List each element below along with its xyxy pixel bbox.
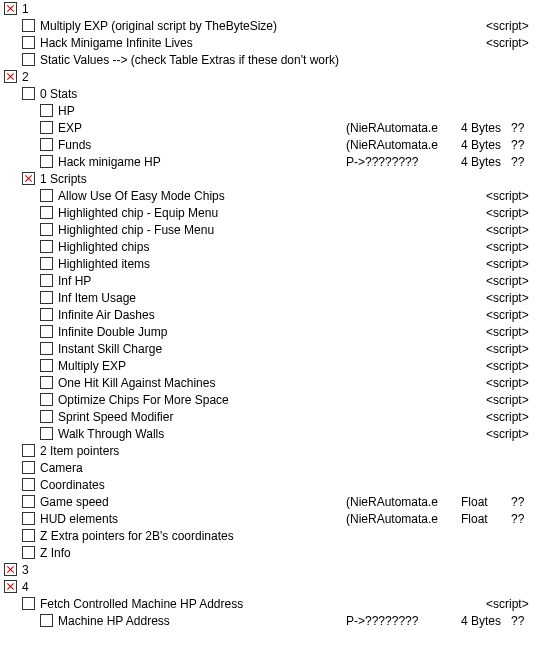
description-cell[interactable]: Funds <box>58 138 346 152</box>
active-checkbox[interactable] <box>22 495 35 508</box>
description-cell[interactable]: Inf Item Usage <box>58 291 486 305</box>
table-row[interactable]: HP <box>0 102 536 119</box>
description-cell[interactable]: Machine HP Address <box>58 614 346 628</box>
table-row[interactable]: Highlighted items<script> <box>0 255 536 272</box>
table-row[interactable]: Z Info <box>0 544 536 561</box>
active-checkbox[interactable] <box>40 138 53 151</box>
description-cell[interactable]: Coordinates <box>40 478 346 492</box>
active-checkbox[interactable] <box>40 376 53 389</box>
active-checkbox[interactable] <box>22 172 35 185</box>
table-row[interactable]: Static Values --> (check Table Extras if… <box>0 51 536 68</box>
table-row[interactable]: Walk Through Walls<script> <box>0 425 536 442</box>
active-checkbox[interactable] <box>22 478 35 491</box>
description-cell[interactable]: Highlighted items <box>58 257 486 271</box>
description-cell[interactable]: HP <box>58 104 346 118</box>
description-cell[interactable]: Z Extra pointers for 2B's coordinates <box>40 529 346 543</box>
table-row[interactable]: 0 Stats <box>0 85 536 102</box>
table-row[interactable]: Hack Minigame Infinite Lives<script> <box>0 34 536 51</box>
table-row[interactable]: 3 <box>0 561 536 578</box>
active-checkbox[interactable] <box>40 121 53 134</box>
active-checkbox[interactable] <box>22 597 35 610</box>
active-checkbox[interactable] <box>22 19 35 32</box>
active-checkbox[interactable] <box>40 104 53 117</box>
description-cell[interactable]: Allow Use Of Easy Mode Chips <box>58 189 486 203</box>
table-row[interactable]: Z Extra pointers for 2B's coordinates <box>0 527 536 544</box>
table-row[interactable]: Fetch Controlled Machine HP Address<scri… <box>0 595 536 612</box>
description-cell[interactable]: Instant Skill Charge <box>58 342 486 356</box>
description-cell[interactable]: Multiply EXP <box>58 359 486 373</box>
table-row[interactable]: Highlighted chip - Equip Menu<script> <box>0 204 536 221</box>
description-cell[interactable]: 4 <box>22 580 346 594</box>
active-checkbox[interactable] <box>40 614 53 627</box>
description-cell[interactable]: Infinite Double Jump <box>58 325 486 339</box>
active-checkbox[interactable] <box>40 240 53 253</box>
table-row[interactable]: Sprint Speed Modifier<script> <box>0 408 536 425</box>
description-cell[interactable]: Hack Minigame Infinite Lives <box>40 36 486 50</box>
description-cell[interactable]: Z Info <box>40 546 346 560</box>
table-row[interactable]: 2 Item pointers <box>0 442 536 459</box>
table-row[interactable]: Allow Use Of Easy Mode Chips<script> <box>0 187 536 204</box>
table-row[interactable]: EXP(NieRAutomata.e4 Bytes?? <box>0 119 536 136</box>
active-checkbox[interactable] <box>22 87 35 100</box>
table-row[interactable]: 1 <box>0 0 536 17</box>
active-checkbox[interactable] <box>40 291 53 304</box>
description-cell[interactable]: 2 <box>22 70 346 84</box>
active-checkbox[interactable] <box>22 53 35 66</box>
active-checkbox[interactable] <box>40 274 53 287</box>
active-checkbox[interactable] <box>4 2 17 15</box>
active-checkbox[interactable] <box>4 580 17 593</box>
table-row[interactable]: Optimize Chips For More Space<script> <box>0 391 536 408</box>
description-cell[interactable]: Infinite Air Dashes <box>58 308 486 322</box>
active-checkbox[interactable] <box>40 206 53 219</box>
description-cell[interactable]: Static Values --> (check Table Extras if… <box>40 53 346 67</box>
table-row[interactable]: Coordinates <box>0 476 536 493</box>
table-row[interactable]: 4 <box>0 578 536 595</box>
description-cell[interactable]: Highlighted chips <box>58 240 486 254</box>
active-checkbox[interactable] <box>40 427 53 440</box>
active-checkbox[interactable] <box>40 308 53 321</box>
table-row[interactable]: Game speed(NieRAutomata.eFloat?? <box>0 493 536 510</box>
active-checkbox[interactable] <box>40 223 53 236</box>
table-row[interactable]: Multiply EXP<script> <box>0 357 536 374</box>
active-checkbox[interactable] <box>22 36 35 49</box>
active-checkbox[interactable] <box>22 529 35 542</box>
description-cell[interactable]: Camera <box>40 461 346 475</box>
description-cell[interactable]: 1 <box>22 2 346 16</box>
description-cell[interactable]: Walk Through Walls <box>58 427 486 441</box>
active-checkbox[interactable] <box>40 393 53 406</box>
description-cell[interactable]: 1 Scripts <box>40 172 346 186</box>
description-cell[interactable]: Optimize Chips For More Space <box>58 393 486 407</box>
table-row[interactable]: Hack minigame HPP->????????4 Bytes?? <box>0 153 536 170</box>
active-checkbox[interactable] <box>22 444 35 457</box>
active-checkbox[interactable] <box>40 155 53 168</box>
table-row[interactable]: Infinite Double Jump<script> <box>0 323 536 340</box>
active-checkbox[interactable] <box>22 512 35 525</box>
description-cell[interactable]: EXP <box>58 121 346 135</box>
table-row[interactable]: One Hit Kill Against Machines<script> <box>0 374 536 391</box>
active-checkbox[interactable] <box>40 257 53 270</box>
description-cell[interactable]: 3 <box>22 563 346 577</box>
active-checkbox[interactable] <box>4 563 17 576</box>
active-checkbox[interactable] <box>40 410 53 423</box>
table-row[interactable]: Highlighted chips<script> <box>0 238 536 255</box>
description-cell[interactable]: One Hit Kill Against Machines <box>58 376 486 390</box>
description-cell[interactable]: 2 Item pointers <box>40 444 346 458</box>
description-cell[interactable]: Hack minigame HP <box>58 155 346 169</box>
active-checkbox[interactable] <box>40 342 53 355</box>
description-cell[interactable]: Highlighted chip - Fuse Menu <box>58 223 486 237</box>
description-cell[interactable]: Highlighted chip - Equip Menu <box>58 206 486 220</box>
table-row[interactable]: Inf HP<script> <box>0 272 536 289</box>
table-row[interactable]: 2 <box>0 68 536 85</box>
description-cell[interactable]: Game speed <box>40 495 346 509</box>
description-cell[interactable]: Sprint Speed Modifier <box>58 410 486 424</box>
table-row[interactable]: HUD elements(NieRAutomata.eFloat?? <box>0 510 536 527</box>
active-checkbox[interactable] <box>40 325 53 338</box>
table-row[interactable]: Multiply EXP (original script by TheByte… <box>0 17 536 34</box>
active-checkbox[interactable] <box>40 189 53 202</box>
description-cell[interactable]: 0 Stats <box>40 87 346 101</box>
active-checkbox[interactable] <box>40 359 53 372</box>
table-row[interactable]: Machine HP AddressP->????????4 Bytes?? <box>0 612 536 629</box>
table-row[interactable]: Infinite Air Dashes<script> <box>0 306 536 323</box>
table-row[interactable]: 1 Scripts <box>0 170 536 187</box>
table-row[interactable]: Highlighted chip - Fuse Menu<script> <box>0 221 536 238</box>
